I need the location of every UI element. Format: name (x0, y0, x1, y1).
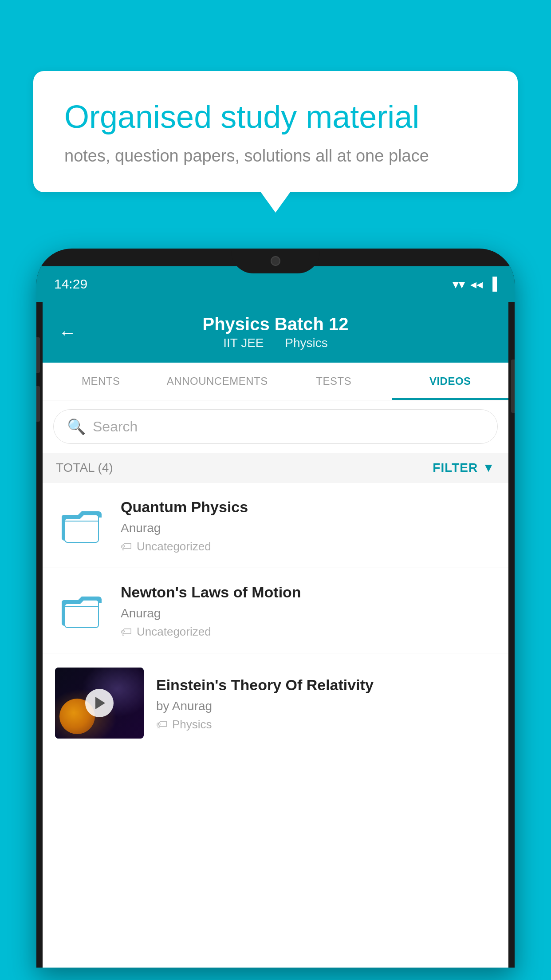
video-tag-2: 🏷 Uncategorized (121, 625, 496, 639)
subtitle-physics: Physics (285, 336, 327, 350)
filter-icon: ▼ (482, 461, 495, 475)
volume-up-button (36, 337, 40, 373)
phone-notch (231, 249, 320, 273)
folder-icon-2 (59, 587, 104, 631)
search-bar[interactable]: 🔍 Search (53, 409, 498, 444)
header-title: Physics Batch 12 (60, 314, 491, 334)
play-button-3[interactable] (85, 689, 114, 717)
app-header: ← Physics Batch 12 IIT JEE Physics (43, 302, 508, 363)
svg-rect-1 (65, 518, 98, 542)
video-tag-label-3: Physics (172, 718, 212, 731)
tag-icon-1: 🏷 (121, 540, 132, 553)
search-icon: 🔍 (67, 418, 86, 435)
speech-bubble: Organised study material notes, question… (33, 71, 518, 192)
tabs-container: MENTS ANNOUNCEMENTS TESTS VIDEOS (43, 363, 508, 400)
camera-dot (271, 256, 280, 266)
tag-icon-2: 🏷 (121, 625, 132, 639)
video-tag-label-2: Uncategorized (137, 625, 211, 639)
list-item[interactable]: Newton's Laws of Motion Anurag 🏷 Uncateg… (43, 568, 508, 653)
video-tag-1: 🏷 Uncategorized (121, 540, 496, 553)
tag-icon-3: 🏷 (156, 718, 168, 731)
video-list: Quantum Physics Anurag 🏷 Uncategorized (43, 483, 508, 753)
folder-thumbnail-1 (55, 497, 108, 550)
status-time: 14:29 (54, 277, 87, 292)
video-tag-label-1: Uncategorized (137, 540, 211, 553)
video-info-1: Quantum Physics Anurag 🏷 Uncategorized (121, 497, 496, 553)
volume-down-button (36, 386, 40, 422)
back-button[interactable]: ← (59, 322, 76, 342)
signal-icon: ◂◂ (470, 277, 483, 292)
svg-rect-3 (65, 604, 98, 628)
filter-bar: TOTAL (4) FILTER ▼ (43, 453, 508, 483)
search-placeholder: Search (93, 419, 138, 435)
speech-bubble-title: Organised study material (64, 98, 487, 136)
speech-bubble-subtitle: notes, question papers, solutions all at… (64, 146, 487, 166)
tab-ments[interactable]: MENTS (43, 363, 159, 400)
list-item[interactable]: Quantum Physics Anurag 🏷 Uncategorized (43, 483, 508, 568)
video-thumb-3 (55, 668, 144, 739)
tab-announcements[interactable]: ANNOUNCEMENTS (159, 363, 276, 400)
video-author-1: Anurag (121, 521, 496, 535)
search-container: 🔍 Search (43, 400, 508, 453)
video-author-2: Anurag (121, 606, 496, 620)
phone-outer: 14:29 ▾▾ ◂◂ ▐ ← Physics Batch 12 IIT JEE… (36, 249, 515, 968)
video-tag-3: 🏷 Physics (156, 718, 496, 731)
power-button (511, 360, 515, 413)
subtitle-iitjee: IIT JEE (223, 336, 264, 350)
list-item[interactable]: Einstein's Theory Of Relativity by Anura… (43, 653, 508, 753)
video-info-2: Newton's Laws of Motion Anurag 🏷 Uncateg… (121, 582, 496, 639)
video-title-2: Newton's Laws of Motion (121, 582, 496, 602)
filter-button[interactable]: FILTER ▼ (433, 461, 495, 475)
wifi-icon: ▾▾ (453, 277, 465, 292)
filter-label: FILTER (433, 461, 478, 475)
status-icons: ▾▾ ◂◂ ▐ (453, 277, 497, 292)
folder-icon-1 (59, 502, 104, 546)
phone-screen: ← Physics Batch 12 IIT JEE Physics MENTS… (43, 302, 508, 968)
speech-bubble-container: Organised study material notes, question… (33, 71, 518, 192)
folder-thumbnail-2 (55, 582, 108, 636)
video-info-3: Einstein's Theory Of Relativity by Anura… (156, 675, 496, 731)
phone-wrapper: 14:29 ▾▾ ◂◂ ▐ ← Physics Batch 12 IIT JEE… (36, 249, 515, 980)
header-subtitle: IIT JEE Physics (60, 336, 491, 350)
tab-tests[interactable]: TESTS (276, 363, 392, 400)
video-title-3: Einstein's Theory Of Relativity (156, 675, 496, 695)
total-count: TOTAL (4) (56, 461, 113, 475)
video-author-3: by Anurag (156, 699, 496, 713)
tab-videos[interactable]: VIDEOS (392, 363, 509, 400)
video-title-1: Quantum Physics (121, 497, 496, 517)
battery-icon: ▐ (488, 277, 497, 291)
play-triangle-icon (95, 697, 105, 709)
